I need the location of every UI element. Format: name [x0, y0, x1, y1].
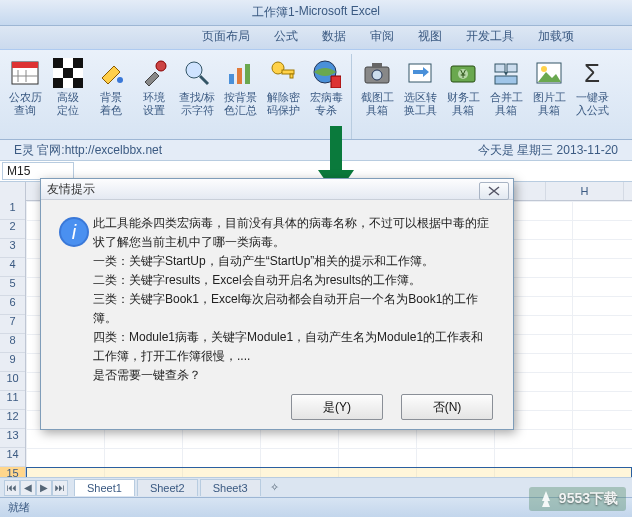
btn-findmark[interactable]: 查找/标示字符: [176, 54, 218, 139]
row-11[interactable]: 11: [0, 391, 25, 410]
btn-viruskill-label: 宏病毒专杀: [310, 91, 343, 117]
sheet-nav: ⏮ ◀ ▶ ⏭: [0, 480, 72, 496]
btn-convert-label: 选区转换工具: [404, 91, 437, 117]
tab-pagelayout[interactable]: 页面布局: [190, 24, 262, 49]
tab-addins[interactable]: 加载项: [526, 24, 586, 49]
row-9[interactable]: 9: [0, 353, 25, 372]
dlg-line5: 四类：Module1病毒，关键字Module1，自动产生名为Module1的工作…: [93, 328, 495, 366]
sheet-nav-last[interactable]: ⏭: [52, 480, 68, 496]
sheet-nav-prev[interactable]: ◀: [20, 480, 36, 496]
sigma-icon: Σ: [576, 57, 608, 89]
btn-unlock[interactable]: 解除密码保护: [262, 54, 304, 139]
sheet-tab-1[interactable]: Sheet1: [74, 479, 135, 496]
sheet-nav-first[interactable]: ⏮: [4, 480, 20, 496]
btn-unlock-label: 解除密码保护: [267, 91, 300, 117]
btn-finance-label: 财务工具箱: [447, 91, 480, 117]
row-13[interactable]: 13: [0, 429, 25, 448]
info-icon: i: [55, 214, 93, 385]
tab-view[interactable]: 视图: [406, 24, 454, 49]
row-5[interactable]: 5: [0, 277, 25, 296]
svg-rect-20: [290, 74, 293, 78]
title-app: Microsoft Excel: [299, 4, 380, 21]
btn-env[interactable]: 环境设置: [133, 54, 175, 139]
svg-rect-10: [73, 78, 83, 88]
watermark-icon: [537, 490, 555, 508]
row-14[interactable]: 14: [0, 448, 25, 467]
new-sheet-button[interactable]: ✧: [265, 481, 285, 494]
btn-merge[interactable]: 合并工具箱: [485, 54, 527, 139]
sheet-nav-next[interactable]: ▶: [36, 480, 52, 496]
dlg-line3: 二类：关键字results，Excel会自动开启名为results的工作簿。: [93, 271, 495, 290]
magnifier-icon: [181, 57, 213, 89]
svg-rect-29: [495, 64, 505, 72]
title-docname: 工作簿1: [252, 4, 295, 21]
svg-rect-1: [12, 62, 38, 68]
dlg-line6: 是否需要一键查杀？: [93, 366, 495, 385]
svg-line-14: [200, 76, 208, 84]
row-8[interactable]: 8: [0, 334, 25, 353]
close-icon: [487, 186, 501, 196]
svg-rect-19: [282, 70, 294, 74]
btn-bgcolor-label: 背景着色: [100, 91, 122, 117]
svg-rect-6: [53, 58, 63, 68]
tab-review[interactable]: 审阅: [358, 24, 406, 49]
svg-rect-9: [53, 78, 63, 88]
row-2[interactable]: 2: [0, 220, 25, 239]
dlg-line4: 三类：关键字Book1，Excel每次启动都会自动开启一个名为Book1的工作簿…: [93, 290, 495, 328]
image-icon: [533, 57, 565, 89]
svg-rect-7: [73, 58, 83, 68]
row-7[interactable]: 7: [0, 315, 25, 334]
dialog-titlebar[interactable]: 友情提示: [41, 179, 513, 200]
btn-advlocate[interactable]: 高级定位: [47, 54, 89, 139]
dialog-yes-button[interactable]: 是(Y): [291, 394, 383, 420]
row-10[interactable]: 10: [0, 372, 25, 391]
dialog-no-button[interactable]: 否(N): [401, 394, 493, 420]
btn-merge-label: 合并工具箱: [490, 91, 523, 117]
btn-formula[interactable]: Σ 一键录入公式: [571, 54, 613, 139]
dialog-body: i 此工具能杀四类宏病毒，目前没有具体的病毒名称，不过可以根据中毒的症状了解您当…: [41, 200, 513, 391]
ribbon: 公农历查询 高级定位 背景着色 环境设置 查找/标示字符 按背景色汇总: [0, 50, 632, 140]
row-12[interactable]: 12: [0, 410, 25, 429]
row-4[interactable]: 4: [0, 258, 25, 277]
svg-rect-15: [229, 74, 234, 84]
btn-convert[interactable]: 选区转换工具: [399, 54, 441, 139]
ribbon-footer: E灵 官网:http://excelbbx.net 今天是 星期三 2013-1…: [0, 140, 632, 160]
tools-icon: [138, 57, 170, 89]
sheet-tab-2[interactable]: Sheet2: [137, 479, 198, 496]
key-icon: [267, 57, 299, 89]
merge-icon: [490, 57, 522, 89]
sheet-tab-3[interactable]: Sheet3: [200, 479, 261, 496]
tab-formulas[interactable]: 公式: [262, 24, 310, 49]
col-H[interactable]: H: [546, 182, 624, 200]
dialog-buttons: 是(Y) 否(N): [41, 391, 513, 429]
tab-data[interactable]: 数据: [310, 24, 358, 49]
paint-icon: [95, 57, 127, 89]
btn-finance[interactable]: ¥ 财务工具箱: [442, 54, 484, 139]
svg-rect-17: [245, 64, 250, 84]
svg-text:¥: ¥: [459, 69, 466, 80]
btn-findmark-label: 查找/标示字符: [179, 91, 215, 117]
btn-sumcolor-label: 按背景色汇总: [224, 91, 257, 117]
dialog-close-button[interactable]: [479, 182, 509, 200]
row-3[interactable]: 3: [0, 239, 25, 258]
btn-bgcolor[interactable]: 背景着色: [90, 54, 132, 139]
btn-image-label: 图片工具箱: [533, 91, 566, 117]
dialog-text: 此工具能杀四类宏病毒，目前没有具体的病毒名称，不过可以根据中毒的症状了解您当前主…: [93, 214, 495, 385]
watermark-text: 9553下载: [559, 490, 618, 508]
svg-text:Σ: Σ: [584, 58, 600, 88]
svg-point-11: [117, 77, 123, 83]
btn-calendar-label: 公农历查询: [9, 91, 42, 117]
window-titlebar: 工作簿1 - Microsoft Excel: [0, 0, 632, 26]
tab-developer[interactable]: 开发工具: [454, 24, 526, 49]
btn-screenshot-label: 截图工具箱: [361, 91, 394, 117]
svg-rect-8: [63, 68, 73, 78]
info-website: E灵 官网:http://excelbbx.net: [14, 142, 162, 159]
btn-sumcolor[interactable]: 按背景色汇总: [219, 54, 261, 139]
btn-screenshot[interactable]: 截图工具箱: [356, 54, 398, 139]
row-6[interactable]: 6: [0, 296, 25, 315]
dlg-line1: 此工具能杀四类宏病毒，目前没有具体的病毒名称，不过可以根据中毒的症状了解您当前主…: [93, 214, 495, 252]
btn-image[interactable]: 图片工具箱: [528, 54, 570, 139]
btn-calendar[interactable]: 公农历查询: [4, 54, 46, 139]
globe-shield-icon: [310, 57, 342, 89]
row-1[interactable]: 1: [0, 201, 25, 220]
